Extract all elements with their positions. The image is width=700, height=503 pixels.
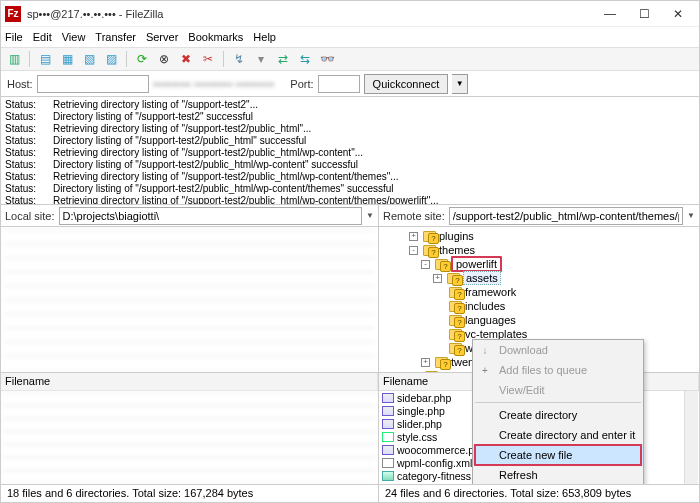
tree-node[interactable]: -themes [383, 243, 695, 257]
menu-edit[interactable]: Edit [33, 31, 52, 43]
menu-item: View/Edit [473, 380, 643, 400]
tree-label: themes [439, 243, 475, 257]
tree-node[interactable]: +plugins [383, 229, 695, 243]
context-menu: ↓Download+Add files to queueView/EditCre… [472, 339, 644, 484]
tree-label: includes [465, 299, 505, 313]
menu-file[interactable]: File [5, 31, 23, 43]
tree-node[interactable]: includes [383, 299, 695, 313]
menu-server[interactable]: Server [146, 31, 178, 43]
menu-item: ↓Download [473, 340, 643, 360]
remote-status: 24 files and 6 directories. Total size: … [379, 485, 637, 502]
port-input[interactable] [318, 75, 360, 93]
menu-icon: + [478, 365, 492, 376]
host-input[interactable] [37, 75, 149, 93]
local-status: 18 files and 6 directories. Total size: … [1, 485, 379, 502]
tree-node[interactable]: -powerlift [383, 257, 695, 271]
blurred-content [3, 229, 376, 370]
tree-label: languages [465, 313, 516, 327]
expand-icon[interactable]: - [409, 246, 418, 255]
menu-label: Create directory [499, 409, 577, 421]
minimize-button[interactable]: — [593, 3, 627, 25]
menu-view[interactable]: View [62, 31, 86, 43]
remote-site-label: Remote site: [383, 210, 445, 222]
tree-node[interactable]: languages [383, 313, 695, 327]
log-line: Status:Directory listing of "/support-te… [5, 183, 695, 195]
expand-icon[interactable]: + [409, 232, 418, 241]
folder-icon [435, 259, 448, 270]
file-icon [382, 406, 394, 416]
menu-icon: ↓ [478, 345, 492, 356]
local-site-input[interactable] [59, 207, 363, 225]
tree-label: powerlift [451, 257, 502, 271]
log-line: Status:Retrieving directory listing of "… [5, 99, 695, 111]
menu-transfer[interactable]: Transfer [95, 31, 136, 43]
expand-icon[interactable]: + [433, 274, 442, 283]
remote-site-input[interactable] [449, 207, 683, 225]
close-button[interactable]: ✕ [661, 3, 695, 25]
tree-label: plugins [439, 229, 474, 243]
filter-icon[interactable]: ▾ [252, 50, 270, 68]
separator [223, 51, 224, 67]
menu-bookmarks[interactable]: Bookmarks [188, 31, 243, 43]
menu-item[interactable]: Create new file [473, 445, 643, 465]
compare-icon[interactable]: ⇄ [274, 50, 292, 68]
toolbar: ▥ ▤ ▦ ▧ ▨ ⟳ ⊗ ✖ ✂ ↯ ▾ ⇄ ⇆ 👓 [1, 47, 699, 71]
menu-help[interactable]: Help [253, 31, 276, 43]
site-manager-icon[interactable]: ▥ [5, 50, 23, 68]
chevron-down-icon[interactable]: ▼ [687, 211, 695, 220]
disconnect-icon[interactable]: ✂ [199, 50, 217, 68]
file-icon [382, 432, 394, 442]
menu-label: Refresh [499, 469, 538, 481]
host-label: Host: [7, 78, 33, 90]
log-line: Status:Retrieving directory listing of "… [5, 123, 695, 135]
refresh-icon[interactable]: ⟳ [133, 50, 151, 68]
titlebar: Fz sp•••@217.••.••.••• - FileZilla — ☐ ✕ [1, 1, 699, 27]
folder-icon [423, 245, 436, 256]
menu-label: View/Edit [499, 384, 545, 396]
menu-item[interactable]: Refresh [473, 465, 643, 484]
menu-item[interactable]: Create directory [473, 405, 643, 425]
tree-node[interactable]: framework [383, 285, 695, 299]
maximize-button[interactable]: ☐ [627, 3, 661, 25]
local-columns: Filename [1, 373, 378, 391]
toggle-queue-icon[interactable]: ▨ [102, 50, 120, 68]
folder-icon [449, 315, 462, 326]
file-icon [382, 484, 394, 485]
sync-browse-icon[interactable]: ⇆ [296, 50, 314, 68]
chevron-down-icon[interactable]: ▼ [366, 211, 374, 220]
file-icon [382, 471, 394, 481]
message-log[interactable]: Status:Retrieving directory listing of "… [1, 97, 699, 205]
process-queue-icon[interactable]: ⊗ [155, 50, 173, 68]
cancel-icon[interactable]: ✖ [177, 50, 195, 68]
quickconnect-bar: Host: •••••••••• •••••••••• •••••••••• P… [1, 71, 699, 97]
quickconnect-dropdown[interactable]: ▼ [452, 74, 468, 94]
local-tree[interactable] [1, 227, 378, 372]
separator [29, 51, 30, 67]
search-icon[interactable]: 👓 [318, 50, 336, 68]
folder-icon [449, 301, 462, 312]
log-line: Status:Retrieving directory listing of "… [5, 195, 695, 205]
toggle-log-icon[interactable]: ▤ [36, 50, 54, 68]
expand-icon[interactable]: + [421, 358, 430, 367]
tree-node[interactable]: +assets [383, 271, 695, 285]
menu-label: Create directory and enter it [499, 429, 635, 441]
toggle-local-tree-icon[interactable]: ▦ [58, 50, 76, 68]
local-pane: Filename [1, 227, 379, 484]
folder-icon [435, 357, 448, 368]
file-icon [382, 445, 394, 455]
scrollbar[interactable] [684, 391, 698, 484]
log-line: Status:Retrieving directory listing of "… [5, 147, 695, 159]
local-file-list[interactable]: Filename [1, 372, 378, 484]
menu-separator [475, 402, 641, 403]
quickconnect-button[interactable]: Quickconnect [364, 74, 449, 94]
menu-item[interactable]: Create directory and enter it [473, 425, 643, 445]
file-icon [382, 458, 394, 468]
toggle-remote-tree-icon[interactable]: ▧ [80, 50, 98, 68]
reconnect-icon[interactable]: ↯ [230, 50, 248, 68]
remote-pane: +plugins-themes-powerlift+assetsframewor… [379, 227, 699, 484]
port-label: Port: [290, 78, 313, 90]
file-icon [382, 393, 394, 403]
app-icon: Fz [5, 6, 21, 22]
separator [126, 51, 127, 67]
expand-icon[interactable]: - [421, 260, 430, 269]
